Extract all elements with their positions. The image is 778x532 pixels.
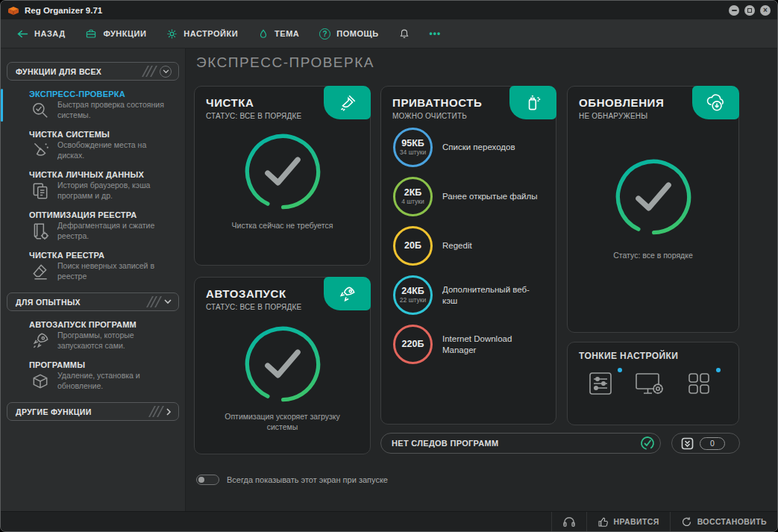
- help-icon: ?: [319, 28, 330, 40]
- tweaks-sliders-icon[interactable]: [586, 369, 615, 398]
- counter-badge: 0: [700, 437, 725, 450]
- sidebar-group-advanced[interactable]: ДЛЯ ОПЫТНЫХ: [7, 292, 179, 311]
- notification-dot: [618, 368, 622, 372]
- show-on-startup-toggle[interactable]: [196, 475, 219, 485]
- app-window: Reg Organizer 9.71 × НАЗАД ФУНКЦИИ НАСТР…: [0, 0, 778, 532]
- notification-dot: [716, 368, 721, 372]
- group-label: ДРУГИЕ ФУНКЦИИ: [16, 407, 92, 416]
- privacy-item-jump-lists[interactable]: 95КБ 34 штуки Списки переходов: [393, 128, 556, 167]
- support-button[interactable]: [552, 512, 586, 532]
- cleanup-card[interactable]: ЧИСТКА СТАТУС: ВСЕ В ПОРЯДКЕ Чистка сейч…: [194, 86, 371, 266]
- thumbs-up-icon: [597, 516, 609, 528]
- eraser-icon: [29, 261, 51, 282]
- settings-button[interactable]: НАСТРОЙКИ: [166, 28, 238, 40]
- autorun-card[interactable]: АВТОЗАПУСК СТАТУС: ВСЕ В ПОРЯДКЕ Оптимиз…: [194, 277, 371, 454]
- privacy-item-idm[interactable]: 220Б Internet Download Manager: [393, 325, 556, 364]
- back-arrow-icon: [16, 29, 28, 39]
- toggle-label: Всегда показывать этот экран при запуске: [227, 475, 388, 484]
- stripes-decoration: [149, 296, 159, 307]
- stripes-decoration: [145, 66, 154, 77]
- sidebar-item-programs[interactable]: ПРОГРАММЫ Удаление, установка и обновлен…: [7, 356, 179, 396]
- gear-icon: [166, 28, 178, 40]
- selection-indicator: [1, 89, 3, 122]
- sidebar-item-express-check[interactable]: ЭКСПРЕСС-ПРОВЕРКА Быстрая проверка состо…: [7, 85, 179, 125]
- tweaks-apps-grid-icon[interactable]: [684, 369, 714, 398]
- window-title: Reg Organizer 9.71: [25, 6, 102, 15]
- program-traces-bar[interactable]: НЕТ СЛЕДОВ ПРОГРАММ: [380, 433, 661, 454]
- chevron-down-icon: [160, 66, 172, 78]
- sidebar-group-functions-for-all[interactable]: ФУНКЦИИ ДЛЯ ВСЕХ: [7, 62, 179, 81]
- package-box-icon: [29, 371, 51, 392]
- bell-icon[interactable]: [399, 28, 410, 40]
- size-badge: 95КБ 34 штуки: [393, 128, 433, 167]
- restore-button[interactable]: ВОССТАНОВИТЬ: [671, 512, 777, 532]
- back-button[interactable]: НАЗАД: [16, 29, 65, 39]
- check-circle-icon: [640, 436, 655, 451]
- chevron-down-icon: [164, 299, 172, 304]
- help-label: ПОМОЩЬ: [336, 29, 378, 38]
- status-bar: НРАВИТСЯ ВОССТАНОВИТЬ: [1, 511, 777, 531]
- size-badge: 24КБ 22 штуки: [393, 275, 433, 315]
- settings-label: НАСТРОЙКИ: [183, 29, 238, 38]
- size-badge: 220Б: [393, 325, 433, 364]
- group-label: ДЛЯ ОПЫТНЫХ: [16, 298, 81, 307]
- card-note: Оптимизация ускоряет загрузку системы: [195, 411, 370, 432]
- sidebar-group-other-functions[interactable]: ДРУГИЕ ФУНКЦИИ: [7, 402, 179, 421]
- documents-icon: [29, 181, 51, 201]
- headphones-icon: [562, 516, 576, 528]
- registry-gear-icon: [29, 221, 51, 242]
- updates-cloud-download-icon: [692, 86, 739, 119]
- privacy-item-web-cache[interactable]: 24КБ 22 штуки Дополнительный веб-кэш: [393, 275, 556, 315]
- privacy-item-recent-files[interactable]: 2КБ 4 штуки Ранее открытые файлы: [393, 177, 556, 216]
- traces-label: НЕТ СЛЕДОВ ПРОГРАММ: [392, 439, 640, 448]
- autorun-rocket-gear-icon: [324, 277, 371, 310]
- restore-circular-arrow-icon: [681, 516, 692, 528]
- fine-tweaks-card[interactable]: ТОНКИЕ НАСТРОЙКИ: [567, 342, 739, 425]
- deep-scan-counter-box[interactable]: 0: [671, 433, 740, 454]
- broom-disk-icon: [29, 140, 51, 161]
- sidebar-item-system-cleanup[interactable]: ЧИСТКА СИСТЕМЫ Освобождение места на дис…: [7, 125, 179, 166]
- size-badge: 20Б: [393, 226, 433, 266]
- theme-label: ТЕМА: [275, 29, 299, 38]
- privacy-item-regedit[interactable]: 20Б Regedit: [393, 226, 556, 266]
- briefcase-icon: [85, 28, 97, 40]
- status-ring-ok: [568, 156, 738, 238]
- functions-button[interactable]: ФУНКЦИИ: [85, 28, 146, 40]
- double-chevron-down-icon: [681, 437, 694, 450]
- stripes-decoration: [151, 406, 161, 417]
- sidebar-item-autorun-programs[interactable]: АВТОЗАПУСК ПРОГРАММ Программы, которые з…: [7, 316, 179, 356]
- status-ring-ok: [195, 131, 370, 213]
- restore-label: ВОССТАНОВИТЬ: [697, 517, 767, 526]
- card-title: ТОНКИЕ НАСТРОЙКИ: [568, 342, 738, 361]
- startup-toggle-row: Всегда показывать этот экран при запуске: [196, 475, 388, 485]
- sidebar-item-personal-data-cleanup[interactable]: ЧИСТКА ЛИЧНЫХ ДАННЫХ История браузеров, …: [7, 166, 179, 206]
- app-logo-icon: [7, 4, 19, 16]
- maximize-button[interactable]: [744, 5, 755, 16]
- toolbar: НАЗАД ФУНКЦИИ НАСТРОЙКИ ТЕМА ? ПОМОЩЬ ••…: [1, 19, 777, 48]
- theme-button[interactable]: ТЕМА: [258, 28, 299, 40]
- status-ring-ok: [195, 323, 370, 405]
- privacy-items-list: 95КБ 34 штуки Списки переходов 2КБ 4 шту…: [381, 120, 556, 374]
- functions-label: ФУНКЦИИ: [103, 29, 146, 38]
- like-button[interactable]: НРАВИТСЯ: [587, 512, 670, 532]
- rocket-icon: [29, 331, 51, 351]
- like-label: НРАВИТСЯ: [614, 517, 659, 526]
- paint-drop-icon: [258, 28, 269, 40]
- minimize-button[interactable]: [729, 5, 739, 16]
- card-note: Статус: все в порядке: [568, 250, 738, 260]
- chevron-right-icon: [166, 408, 172, 416]
- cleanup-broom-icon: [324, 86, 371, 119]
- help-button[interactable]: ? ПОМОЩЬ: [319, 28, 378, 40]
- title-bar: Reg Organizer 9.71 ×: [1, 1, 777, 19]
- close-button[interactable]: ×: [760, 5, 771, 16]
- page-title: ЭКСПРЕСС-ПРОВЕРКА: [196, 54, 374, 71]
- sidebar-item-registry-optimization[interactable]: ОПТИМИЗАЦИЯ РЕЕСТРА Дефрагментация и сжа…: [7, 206, 179, 246]
- more-menu-button[interactable]: •••: [430, 28, 442, 39]
- privacy-spray-icon: [509, 86, 556, 119]
- privacy-card[interactable]: ПРИВАТНОСТЬ МОЖНО ОЧИСТИТЬ 95КБ 34 штуки…: [380, 86, 556, 425]
- sidebar-item-registry-cleanup[interactable]: ЧИСТКА РЕЕСТРА Поиск неверных записей в …: [7, 246, 179, 287]
- updates-card[interactable]: ОБНОВЛЕНИЯ НЕ ОБНАРУЖЕНЫ Статус: все в п…: [567, 86, 739, 333]
- tweaks-system-gear-icon[interactable]: [633, 369, 666, 398]
- back-label: НАЗАД: [34, 29, 65, 38]
- size-badge: 2КБ 4 штуки: [393, 177, 433, 216]
